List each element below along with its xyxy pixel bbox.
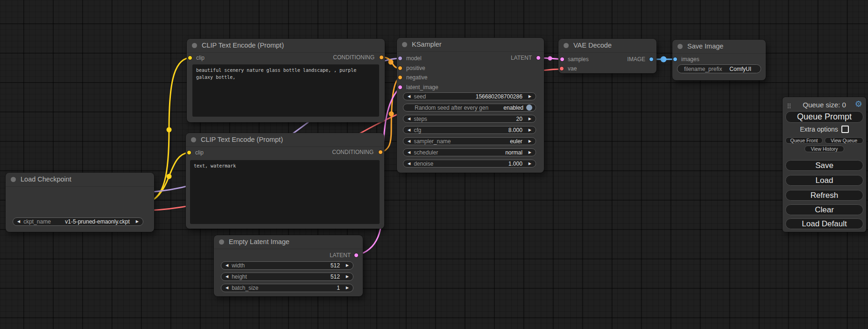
decrement-arrow-icon[interactable]: ◀ [408,140,410,143]
save-button[interactable]: Save [785,160,863,171]
decrement-arrow-icon[interactable]: ◀ [226,275,228,279]
increment-arrow-icon[interactable]: ▶ [346,275,349,279]
increment-arrow-icon[interactable]: ▶ [346,286,349,290]
widget-value: 1 [337,285,340,291]
node-title: CLIP Text Encode (Prompt) [187,39,385,53]
input-slot-samples: samples [568,56,589,63]
widget-batch-size[interactable]: ◀ batch_size 1 ▶ [221,284,353,292]
widget-label: sampler_name [414,138,451,145]
link-dot [167,127,172,133]
widget-denoise[interactable]: ◀ denoise 1.000 ▶ [403,160,536,168]
increment-arrow-icon[interactable]: ▶ [346,264,349,267]
widget-value: ComfyUI [729,66,751,72]
gear-icon[interactable]: ⚙ [855,99,862,109]
input-dot-latent-image[interactable] [398,85,402,90]
widget-seed[interactable]: ◀ seed 156680208700286 ▶ [403,92,536,100]
widget-label: scheduler [414,149,438,156]
widget-filename-prefix[interactable]: filename_prefix ComfyUI [677,64,761,73]
widget-label: steps [414,116,427,122]
node-empty-latent-image[interactable]: Empty Latent Image LATENT ◀ width 512 ▶ … [214,235,363,296]
input-dot-positive[interactable] [398,66,402,70]
link-dot [167,174,172,179]
node-clip-text-encode-negative[interactable]: CLIP Text Encode (Prompt) clip CONDITION… [186,133,384,229]
queue-front-button[interactable]: Queue Front [785,137,823,144]
increment-arrow-icon[interactable]: ▶ [529,95,531,98]
widget-value: v1-5-pruned-emaonly.ckpt [65,218,130,225]
increment-arrow-icon[interactable]: ▶ [136,220,139,224]
decrement-arrow-icon[interactable]: ◀ [17,220,20,224]
output-slot-conditioning: CONDITIONING [332,148,374,156]
output-dot-conditioning[interactable] [379,55,384,60]
increment-arrow-icon[interactable]: ▶ [529,162,531,166]
widget-width[interactable]: ◀ width 512 ▶ [221,261,353,270]
input-slot-images: images [681,56,699,63]
toggle-knob-icon[interactable] [526,105,532,111]
view-queue-button[interactable]: View Queue [825,137,863,144]
decrement-arrow-icon[interactable]: ◀ [408,162,410,166]
queue-panel[interactable]: Queue size: 0 ⚙ Queue Prompt Extra optio… [783,97,866,232]
decrement-arrow-icon[interactable]: ◀ [408,117,410,121]
extra-options-label: Extra options [800,126,838,133]
node-ksampler[interactable]: KSampler model LATENT positive negative … [397,38,544,173]
widget-value: 512 [331,273,340,280]
view-history-button[interactable]: View History [804,146,844,152]
link-dot [388,60,394,65]
decrement-arrow-icon[interactable]: ◀ [226,286,228,290]
input-dot-clip[interactable] [187,150,191,155]
output-dot-image[interactable] [649,57,654,62]
input-dot-clip[interactable] [188,56,192,60]
widget-value: 1.000 [508,161,522,167]
negative-prompt-textarea[interactable]: text, watermark [190,160,380,224]
input-dot-negative[interactable] [398,75,402,80]
load-default-button[interactable]: Load Default [785,218,863,229]
widget-label: height [232,273,247,280]
output-dot-latent[interactable] [354,253,359,258]
widget-height[interactable]: ◀ height 512 ▶ [221,273,353,281]
increment-arrow-icon[interactable]: ▶ [529,151,531,154]
widget-value: 512 [331,262,340,269]
refresh-button[interactable]: Refresh [785,190,863,201]
node-graph-canvas[interactable]: Load Checkpoint MODEL CLIP VAE ◀ ckpt_na… [0,0,868,329]
queue-prompt-button[interactable]: Queue Prompt [785,111,863,123]
decrement-arrow-icon[interactable]: ◀ [408,151,410,154]
widget-value: normal [505,149,522,156]
output-dot-conditioning[interactable] [378,150,383,154]
widget-value: enabled [503,105,523,111]
widget-value: 156680208700286 [476,93,522,100]
widget-label: filename_prefix [684,66,722,72]
widget-random-seed[interactable]: Random seed after every gen enabled [403,104,536,112]
widget-scheduler[interactable]: ◀ scheduler normal ▶ [403,148,536,156]
positive-prompt-textarea[interactable]: beautiful scenery nature glass bottle la… [192,64,379,117]
widget-label: denoise [414,161,433,167]
load-button[interactable]: Load [785,175,863,186]
widget-value: 8.000 [508,127,522,133]
decrement-arrow-icon[interactable]: ◀ [408,95,410,98]
node-vae-decode[interactable]: VAE Decode samples IMAGE vae [558,39,656,73]
decrement-arrow-icon[interactable]: ◀ [408,128,410,132]
input-slot-latent-image: latent_image [406,84,438,91]
increment-arrow-icon[interactable]: ▶ [529,117,531,121]
input-dot-model[interactable] [398,56,402,61]
widget-label: batch_size [232,285,258,291]
output-slot-image: IMAGE [627,56,645,63]
decrement-arrow-icon[interactable]: ◀ [226,264,228,267]
node-save-image[interactable]: Save Image images filename_prefix ComfyU… [672,40,766,80]
node-load-checkpoint[interactable]: Load Checkpoint MODEL CLIP VAE ◀ ckpt_na… [6,173,154,232]
widget-cfg[interactable]: ◀ cfg 8.000 ▶ [403,126,536,134]
widget-ckpt-name[interactable]: ◀ ckpt_name v1-5-pruned-emaonly.ckpt ▶ [13,217,143,226]
node-title: VAE Decode [558,39,656,53]
extra-options-checkbox[interactable] [841,126,849,133]
increment-arrow-icon[interactable]: ▶ [529,140,531,143]
node-title: KSampler [397,38,544,52]
output-dot-latent[interactable] [536,56,541,60]
input-dot-images[interactable] [673,57,677,62]
increment-arrow-icon[interactable]: ▶ [529,128,531,132]
input-dot-samples[interactable] [560,57,565,62]
widget-label: ckpt_name [23,218,51,225]
node-title: Load Checkpoint [6,173,154,187]
widget-sampler-name[interactable]: ◀ sampler_name euler ▶ [403,137,536,145]
clear-button[interactable]: Clear [785,204,863,215]
widget-steps[interactable]: ◀ steps 20 ▶ [403,115,536,123]
input-dot-vae[interactable] [559,66,564,71]
node-clip-text-encode-positive[interactable]: CLIP Text Encode (Prompt) clip CONDITION… [187,39,385,122]
